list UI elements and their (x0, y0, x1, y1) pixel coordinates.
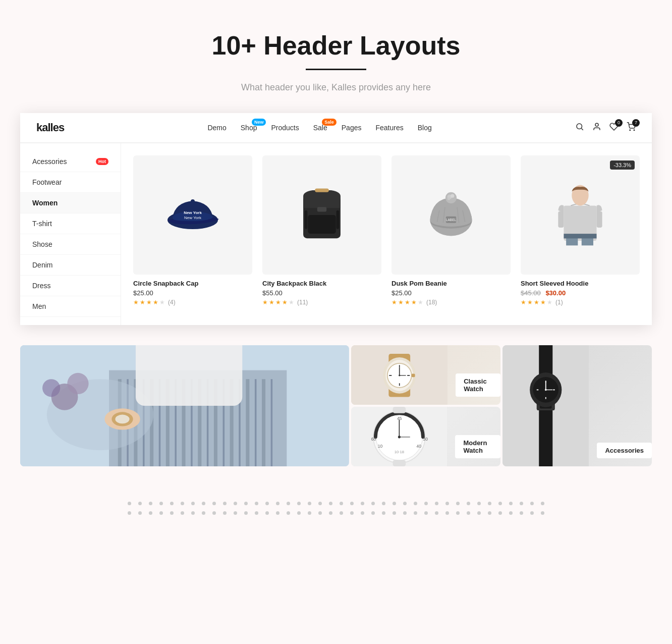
hero-divider (306, 69, 366, 70)
women-bg (20, 345, 349, 466)
sidebar-item-denim[interactable]: Denim (20, 255, 121, 276)
product-card-backpack[interactable]: City Backpack Black $55.00 ★ ★ ★ ★ ★ (11… (262, 155, 381, 313)
account-button[interactable] (592, 122, 601, 134)
dot (308, 502, 311, 505)
dot (445, 502, 449, 505)
sidebar-item-shose[interactable]: Shose (20, 234, 121, 255)
svg-rect-54 (262, 379, 265, 466)
site-header: kalles Demo Shop New Products Sale Sale … (20, 113, 652, 143)
dot (329, 511, 332, 515)
star-3: ★ (146, 299, 152, 306)
svg-rect-31 (558, 211, 564, 228)
product-price: $45.00 $30.00 (521, 289, 640, 297)
dot (403, 511, 407, 515)
dot (393, 511, 396, 515)
star-1: ★ (521, 299, 526, 306)
dot (382, 502, 385, 505)
dot (223, 511, 227, 515)
svg-point-63 (67, 373, 88, 394)
review-count: (18) (426, 299, 437, 306)
dot (255, 511, 258, 515)
svg-rect-30 (564, 234, 597, 238)
product-rating: ★ ★ ★ ★ ★ (18) (391, 299, 511, 306)
sidebar-item-tshirt[interactable]: T-shirt (20, 213, 121, 234)
accessories-label: Accessories (597, 443, 652, 458)
svg-rect-57 (136, 345, 242, 406)
cat-card-classic-watch[interactable]: Classic Watch (351, 345, 500, 405)
dot (520, 502, 523, 505)
dot (212, 502, 216, 505)
nav-item-pages[interactable]: Pages (342, 124, 362, 132)
sale-price: $30.00 (545, 289, 566, 297)
svg-rect-53 (255, 379, 257, 466)
svg-point-19 (451, 194, 454, 197)
product-image-backpack (262, 155, 381, 275)
wishlist-count: 0 (615, 119, 623, 127)
dot (297, 502, 301, 505)
star-5: ★ (547, 299, 552, 306)
nav-item-shop[interactable]: Shop New (241, 124, 257, 132)
product-image-hoodie: -33.3% (521, 155, 640, 275)
sidebar-item-footwear[interactable]: Footwear (20, 172, 121, 193)
nav-item-blog[interactable]: Blog (418, 124, 432, 132)
nav-list: Demo Shop New Products Sale Sale Pages F… (207, 124, 431, 132)
sidebar-item-men[interactable]: Men (20, 296, 121, 317)
dot (138, 511, 142, 515)
cat-card-accessories[interactable]: Accessories (502, 345, 652, 466)
classic-watch-svg (351, 345, 448, 405)
discount-badge: -33.3% (610, 160, 635, 170)
nav-item-sale[interactable]: Sale Sale (313, 124, 327, 132)
svg-rect-15 (337, 210, 340, 229)
star-3: ★ (534, 299, 539, 306)
dot (340, 502, 343, 505)
category-section: Women Collection (0, 345, 672, 487)
svg-rect-11 (315, 188, 329, 192)
star-1: ★ (133, 299, 139, 306)
svg-text:10: 10 (377, 444, 382, 449)
dot (467, 511, 470, 515)
dot (340, 511, 343, 515)
dots-row-2 (20, 511, 652, 515)
svg-point-104 (545, 389, 547, 391)
star-3: ★ (275, 299, 281, 306)
dot (498, 511, 502, 515)
dot (435, 511, 438, 515)
dot (350, 511, 354, 515)
dot (541, 502, 544, 505)
logo[interactable]: kalles (36, 121, 64, 134)
svg-text:10·18: 10·18 (394, 450, 404, 454)
dot (361, 511, 364, 515)
dot (128, 511, 131, 515)
sidebar-item-accessories[interactable]: Acessories Hot (20, 151, 121, 172)
product-rating: ★ ★ ★ ★ ★ (4) (133, 299, 252, 306)
sidebar-item-dress[interactable]: Dress (20, 276, 121, 296)
nav-item-demo[interactable]: Demo (207, 124, 226, 132)
product-card-beanie[interactable]: LABEL Dusk Pom Beanie $25.00 ★ ★ ★ ★ ★ (391, 155, 511, 313)
nav-item-products[interactable]: Products (271, 124, 299, 132)
nav-item-features[interactable]: Features (375, 124, 403, 132)
sidebar-item-women[interactable]: Women (20, 193, 121, 213)
cart-button[interactable]: 7 (627, 122, 636, 134)
dot (329, 502, 332, 505)
shop-badge: New (252, 119, 266, 126)
svg-rect-32 (597, 211, 602, 228)
svg-rect-14 (305, 210, 308, 229)
product-price: $25.00 (133, 289, 252, 297)
star-2: ★ (527, 299, 533, 306)
sidebar-label: Dress (32, 282, 51, 290)
dot (212, 511, 216, 515)
star-5: ★ (159, 299, 165, 306)
product-card-cap[interactable]: New York New York Circle Snapback Cap $2… (133, 155, 252, 313)
product-rating: ★ ★ ★ ★ ★ (11) (262, 299, 381, 306)
star-4: ★ (411, 299, 417, 306)
product-image-cap: New York New York (133, 155, 252, 275)
wishlist-button[interactable]: 0 (609, 122, 619, 134)
sidebar-label: Footwear (32, 178, 62, 186)
product-card-hoodie[interactable]: -33.3% (521, 155, 640, 313)
cat-card-women[interactable]: Women Collection (20, 345, 349, 466)
dot (223, 502, 227, 505)
dot (530, 511, 534, 515)
svg-point-0 (577, 124, 582, 129)
cat-card-modern-watch[interactable]: 10 45 40 30 60 10·18 Modern Watch (351, 407, 500, 466)
search-button[interactable] (575, 122, 584, 134)
